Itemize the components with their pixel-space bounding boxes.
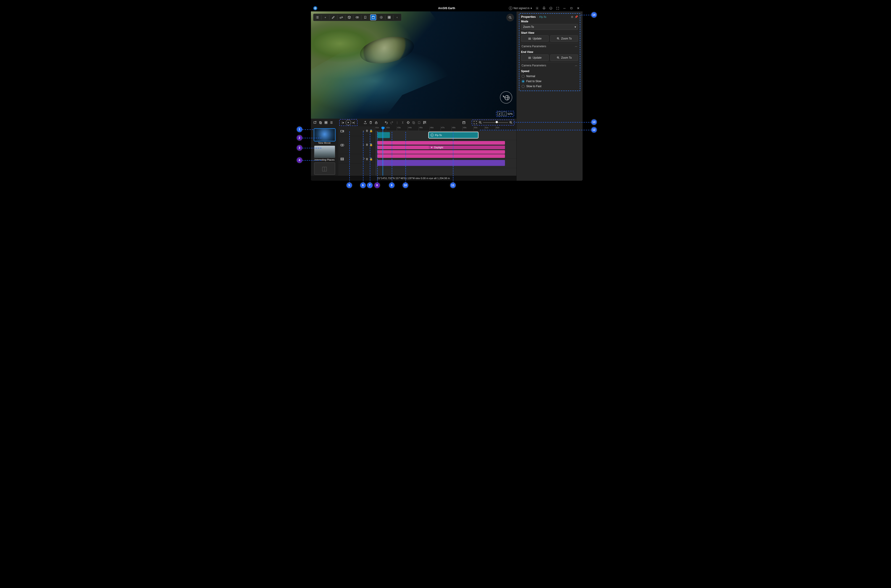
grid-icon[interactable] — [386, 14, 392, 20]
movie-item[interactable]: New Movie — [314, 129, 335, 144]
export-icon[interactable] — [363, 120, 368, 125]
flyto-segment[interactable]: ✈ Fly-To — [429, 132, 478, 138]
zoom-out-icon[interactable] — [478, 120, 482, 125]
effect-segment[interactable] — [377, 154, 505, 158]
track-delete-icon[interactable]: 🗑 — [366, 129, 368, 133]
speed-option-fast-to-slow[interactable]: Fast to Slow — [521, 79, 578, 84]
zoom-slider[interactable] — [483, 122, 508, 123]
paste-clip-icon[interactable] — [417, 120, 421, 125]
callout-12: 12 — [591, 127, 597, 133]
split-icon[interactable] — [400, 120, 405, 125]
bookmark-icon[interactable] — [362, 14, 368, 20]
radio-label: Fast to Slow — [526, 80, 541, 83]
chevron-left-icon[interactable]: ‹ — [394, 14, 400, 20]
startview-update-button[interactable]: Update — [521, 35, 549, 42]
zoom-in-icon[interactable] — [509, 120, 513, 125]
layers-icon[interactable] — [354, 14, 360, 20]
app-title: ArcGIS Earth — [311, 7, 583, 10]
panel-subtitle: Fly-To — [539, 15, 546, 18]
redo-icon[interactable] — [389, 120, 394, 125]
button-label: Zoom To — [561, 37, 572, 40]
movie-list-icon[interactable] — [329, 120, 334, 125]
marker-icon[interactable]: | — [395, 120, 400, 125]
speed-option-slow-to-fast[interactable]: Slow to Fast — [521, 84, 578, 89]
track-help-icon[interactable]: ? — [363, 158, 365, 160]
endview-zoomto-button[interactable]: Zoom To — [550, 54, 578, 61]
separator — [321, 15, 322, 20]
callout-13: 13 — [591, 119, 597, 125]
tick: 42s — [386, 126, 397, 130]
globe-icon[interactable] — [378, 14, 384, 20]
track-area[interactable]: 41s 42s 43s 44s 45s 46s 47s 48s 49s 50 — [375, 126, 516, 176]
qr-icon[interactable] — [422, 120, 427, 125]
startview-zoomto-button[interactable]: Zoom To — [550, 35, 578, 42]
tick: 44s — [408, 126, 419, 130]
calendar-icon[interactable] — [461, 120, 466, 125]
delete-icon[interactable] — [368, 120, 373, 125]
playhead[interactable] — [383, 126, 383, 176]
movie-item[interactable]: ◫ — [314, 162, 335, 175]
add-icon[interactable]: ＋ — [322, 14, 328, 20]
globe-viewport[interactable]: ＋ — [311, 11, 516, 118]
zoom-extent-icon[interactable] — [473, 120, 478, 125]
search-button[interactable] — [506, 14, 514, 21]
svg-rect-21 — [325, 123, 326, 124]
dash — [302, 148, 322, 148]
svg-rect-18 — [320, 122, 322, 124]
mode-dropdown[interactable]: Zoom-To ▾ — [521, 24, 578, 30]
copy-clip-icon[interactable] — [412, 120, 416, 125]
svg-rect-31 — [463, 122, 465, 124]
pencil-icon[interactable] — [331, 14, 336, 20]
callout-5: 5 — [347, 183, 352, 188]
overlay-lane[interactable] — [375, 158, 516, 168]
radio-icon — [521, 75, 524, 78]
ruler-icon[interactable] — [338, 14, 344, 20]
cube-icon[interactable] — [346, 14, 352, 20]
track-delete-icon[interactable]: 🗑 — [366, 143, 368, 147]
play-button[interactable] — [346, 120, 351, 125]
dash — [302, 160, 322, 160]
overlay-segment[interactable] — [377, 160, 505, 166]
toc-icon[interactable] — [314, 14, 320, 20]
keyframe-icon[interactable] — [406, 120, 410, 125]
track-delete-icon[interactable]: 🗑 — [366, 158, 368, 160]
speed-option-normal[interactable]: Normal — [521, 74, 578, 79]
collapse-icon[interactable]: ⊖ — [571, 15, 573, 18]
dash — [349, 131, 350, 183]
effect-segment[interactable] — [377, 150, 505, 154]
movie-grid-icon[interactable] — [324, 120, 328, 125]
camera-segment[interactable] — [377, 132, 390, 138]
status-text: 21°14'51.732"N 157°48'56.128"W elev 0.00… — [377, 177, 450, 180]
svg-rect-10 — [388, 16, 389, 17]
track-headers: ＋ 🗑 🔒 ＋ 🗑 — [338, 126, 375, 176]
separator — [329, 15, 329, 20]
svg-rect-11 — [389, 16, 391, 17]
callout-11: 11 — [450, 183, 456, 188]
camera-lane[interactable]: ✈ Fly-To — [375, 130, 516, 140]
lock-icon[interactable] — [374, 120, 379, 125]
svg-rect-22 — [326, 123, 327, 124]
undo-icon[interactable] — [384, 120, 389, 125]
movie-icon[interactable] — [370, 14, 376, 20]
prev-frame-icon[interactable]: |◂ — [341, 120, 345, 125]
svg-rect-26 — [413, 122, 415, 124]
add-movie-icon[interactable] — [313, 120, 317, 125]
camera-params-row[interactable]: Camera Parameters ︿ — [521, 62, 578, 68]
daylight-segment[interactable]: ☀ Daylight — [429, 146, 505, 149]
effects-lane[interactable]: ☀ Daylight — [375, 140, 516, 158]
exaggeration-icon[interactable]: ⇵ — [497, 112, 502, 116]
track-add-icon[interactable]: ＋ — [362, 143, 365, 147]
dash — [453, 132, 453, 183]
effect-segment[interactable] — [377, 141, 505, 145]
movie-name: Interesting Places — [314, 158, 335, 161]
svg-rect-27 — [418, 122, 420, 124]
navigator-globe[interactable] — [500, 91, 512, 104]
duplicate-movie-icon[interactable] — [318, 120, 323, 125]
track-add-icon[interactable]: ＋ — [362, 129, 365, 133]
endview-update-button[interactable]: Update — [521, 54, 549, 61]
camera-params-row[interactable]: Camera Parameters ︿ — [521, 43, 578, 49]
next-frame-icon[interactable]: ▸| — [352, 120, 356, 125]
extent-icon[interactable]: ▱ — [502, 112, 506, 116]
callout-3: 3 — [297, 145, 302, 151]
pin-icon[interactable]: 📌 — [575, 15, 578, 18]
